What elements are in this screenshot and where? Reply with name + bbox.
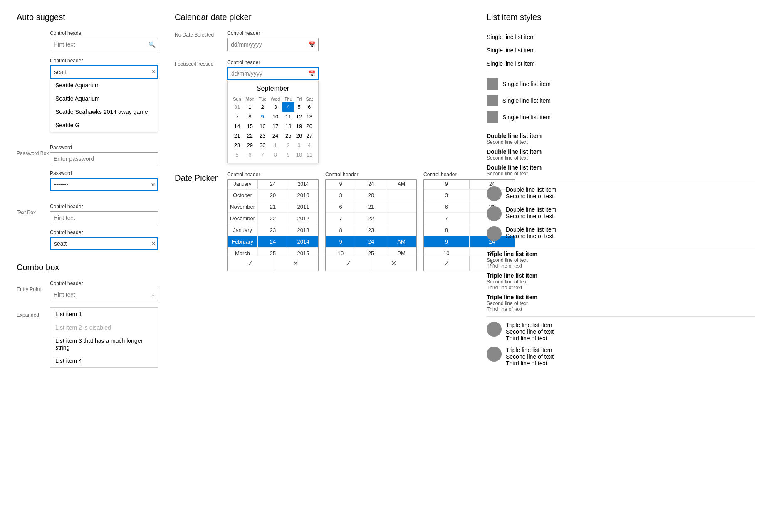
dp-col2-h0[interactable]: 9 bbox=[326, 180, 356, 189]
list-item-icon-1[interactable]: Single line list item bbox=[487, 92, 755, 109]
dp-col1-reject[interactable]: ✕ bbox=[273, 256, 319, 271]
cal-cell-5-0[interactable]: 5 bbox=[231, 150, 243, 160]
list-item-circle-triple-0[interactable]: Triple line list item Second line of tex… bbox=[487, 319, 755, 344]
list-item-double-1[interactable]: Double line list item Second line of tex… bbox=[487, 147, 755, 163]
calendar-icon[interactable]: 📅 bbox=[308, 41, 315, 48]
cal-cell-1-4[interactable]: 11 bbox=[282, 112, 294, 121]
dp-col2-accept[interactable]: ✓ bbox=[326, 256, 371, 271]
suggest-item-1[interactable]: Seattle Aquarium bbox=[50, 92, 158, 105]
dp-col1-row2[interactable]: December222012 bbox=[228, 212, 318, 224]
cal-cell-1-5[interactable]: 12 bbox=[294, 112, 304, 121]
dp-col3-h0[interactable]: 9 bbox=[424, 180, 470, 189]
search-icon[interactable]: 🔍 bbox=[148, 41, 156, 48]
combo-chevron-icon[interactable]: ⌄ bbox=[151, 293, 155, 297]
list-item-triple-0[interactable]: Triple line list item Second line of tex… bbox=[487, 249, 755, 271]
cal-fp-calendar-icon[interactable]: 📅 bbox=[308, 70, 315, 77]
combo-item-0[interactable]: List item 1 bbox=[50, 308, 158, 321]
pwd-input1[interactable] bbox=[50, 152, 158, 165]
dp-col2-h1[interactable]: 24 bbox=[356, 180, 386, 189]
dp-col2-row2[interactable]: 722 bbox=[326, 212, 416, 224]
cal-cell-0-5[interactable]: 5 bbox=[294, 102, 304, 112]
cal-cell-2-1[interactable]: 15 bbox=[243, 121, 257, 131]
dp-col1-h0[interactable]: January bbox=[228, 180, 258, 189]
cal-cell-5-2[interactable]: 7 bbox=[257, 150, 269, 160]
dp-col1-h1[interactable]: 24 bbox=[258, 180, 288, 189]
cal-cell-4-5[interactable]: 3 bbox=[294, 140, 304, 150]
cal-cell-3-2[interactable]: 23 bbox=[257, 131, 269, 140]
dp-col1-row0[interactable]: October202010 bbox=[228, 189, 318, 201]
list-item-icon-0[interactable]: Single line list item bbox=[487, 76, 755, 92]
dp-col1-h2[interactable]: 2014 bbox=[288, 180, 318, 189]
cal-cell-2-6[interactable]: 20 bbox=[304, 121, 315, 131]
tb-input1[interactable] bbox=[50, 211, 158, 224]
cal-cell-5-4[interactable]: 9 bbox=[282, 150, 294, 160]
dp-col3-accept[interactable]: ✓ bbox=[424, 256, 470, 271]
list-item-circle-double-0[interactable]: Double line list item Second line of tex… bbox=[487, 184, 755, 204]
list-item-single-2[interactable]: Single line list item bbox=[487, 57, 755, 70]
as-input2[interactable] bbox=[50, 65, 158, 79]
cal-cell-0-2[interactable]: 2 bbox=[257, 102, 269, 112]
cal-cell-2-4[interactable]: 18 bbox=[282, 121, 294, 131]
list-item-circle-double-1[interactable]: Double line list item Second line of tex… bbox=[487, 204, 755, 224]
cal-cell-3-4[interactable]: 25 bbox=[282, 131, 294, 140]
list-item-double-0[interactable]: Double line list item Second line of tex… bbox=[487, 131, 755, 147]
dp-col2-row3[interactable]: 823 bbox=[326, 224, 416, 236]
cal-cell-1-1[interactable]: 8 bbox=[243, 112, 257, 121]
list-item-single-1[interactable]: Single line list item bbox=[487, 44, 755, 57]
dp-col1-accept[interactable]: ✓ bbox=[228, 256, 273, 271]
cal-cell-2-2[interactable]: 16 bbox=[257, 121, 269, 131]
dp-col1-row3[interactable]: January232013 bbox=[228, 224, 318, 236]
cal-cell-4-0[interactable]: 28 bbox=[231, 140, 243, 150]
cal-cell-5-3[interactable]: 8 bbox=[269, 150, 282, 160]
tb-clear-icon[interactable]: ✕ bbox=[151, 241, 156, 246]
cal-cell-3-3[interactable]: 24 bbox=[269, 131, 282, 140]
suggest-item-0[interactable]: Seattle Aquarium bbox=[50, 79, 158, 92]
dp-col2-h2[interactable]: AM bbox=[386, 180, 416, 189]
cal-cell-5-1[interactable]: 6 bbox=[243, 150, 257, 160]
dp-col2-reject[interactable]: ✕ bbox=[371, 256, 417, 271]
list-item-icon-2[interactable]: Single line list item bbox=[487, 109, 755, 126]
cal-cell-3-6[interactable]: 27 bbox=[304, 131, 315, 140]
cal-fp-input[interactable] bbox=[227, 67, 319, 80]
dp-col1-row5[interactable]: March252015 bbox=[228, 247, 318, 256]
cal-cell-4-4[interactable]: 2 bbox=[282, 140, 294, 150]
show-password-icon[interactable]: 👁 bbox=[151, 182, 156, 187]
clear-icon[interactable]: ✕ bbox=[151, 69, 156, 75]
cal-cell-0-3[interactable]: 3 bbox=[269, 102, 282, 112]
list-item-triple-2[interactable]: Triple line list item Second line of tex… bbox=[487, 292, 755, 314]
cal-cell-4-6[interactable]: 4 bbox=[304, 140, 315, 150]
cal-cell-1-6[interactable]: 13 bbox=[304, 112, 315, 121]
list-item-single-0[interactable]: Single line list item bbox=[487, 30, 755, 44]
list-item-circle-triple-1[interactable]: Triple line list item Second line of tex… bbox=[487, 344, 755, 369]
tb-input2[interactable] bbox=[50, 237, 158, 250]
suggest-item-2[interactable]: Seattle Seahawks 2014 away game bbox=[50, 105, 158, 118]
cal-cell-4-3[interactable]: 1 bbox=[269, 140, 282, 150]
cal-cell-4-2[interactable]: 30 bbox=[257, 140, 269, 150]
list-item-triple-1[interactable]: Triple line list item Second line of tex… bbox=[487, 271, 755, 292]
cal-cell-3-0[interactable]: 21 bbox=[231, 131, 243, 140]
suggest-item-3[interactable]: Seattle G bbox=[50, 118, 158, 132]
dp-col2-row4[interactable]: 924AM bbox=[326, 236, 416, 247]
cal-cell-0-0[interactable]: 31 bbox=[231, 102, 243, 112]
cal-cell-4-1[interactable]: 29 bbox=[243, 140, 257, 150]
cal-cell-5-6[interactable]: 11 bbox=[304, 150, 315, 160]
list-item-circle-double-2[interactable]: Double line list item Second line of tex… bbox=[487, 224, 755, 244]
combo-item-3[interactable]: List item 4 bbox=[50, 354, 158, 367]
as-input1[interactable] bbox=[50, 38, 158, 51]
cal-cell-3-5[interactable]: 26 bbox=[294, 131, 304, 140]
cal-cell-2-5[interactable]: 19 bbox=[294, 121, 304, 131]
dp-col2-row5[interactable]: 1025PM bbox=[326, 247, 416, 256]
dp-col2-row0[interactable]: 320 bbox=[326, 189, 416, 201]
cal-cell-3-1[interactable]: 22 bbox=[243, 131, 257, 140]
cal-cell-0-6[interactable]: 6 bbox=[304, 102, 315, 112]
dp-col2-row1[interactable]: 621 bbox=[326, 201, 416, 212]
cal-cell-1-0[interactable]: 7 bbox=[231, 112, 243, 121]
pwd-input2[interactable] bbox=[50, 178, 158, 191]
combo-input[interactable] bbox=[50, 288, 158, 301]
cal-cell-2-0[interactable]: 14 bbox=[231, 121, 243, 131]
cal-cell-2-3[interactable]: 17 bbox=[269, 121, 282, 131]
cal-cell-1-2[interactable]: 9 bbox=[257, 112, 269, 121]
cal-cell-1-3[interactable]: 10 bbox=[269, 112, 282, 121]
cal-cell-5-5[interactable]: 10 bbox=[294, 150, 304, 160]
dp-col1-row4[interactable]: February242014 bbox=[228, 236, 318, 247]
